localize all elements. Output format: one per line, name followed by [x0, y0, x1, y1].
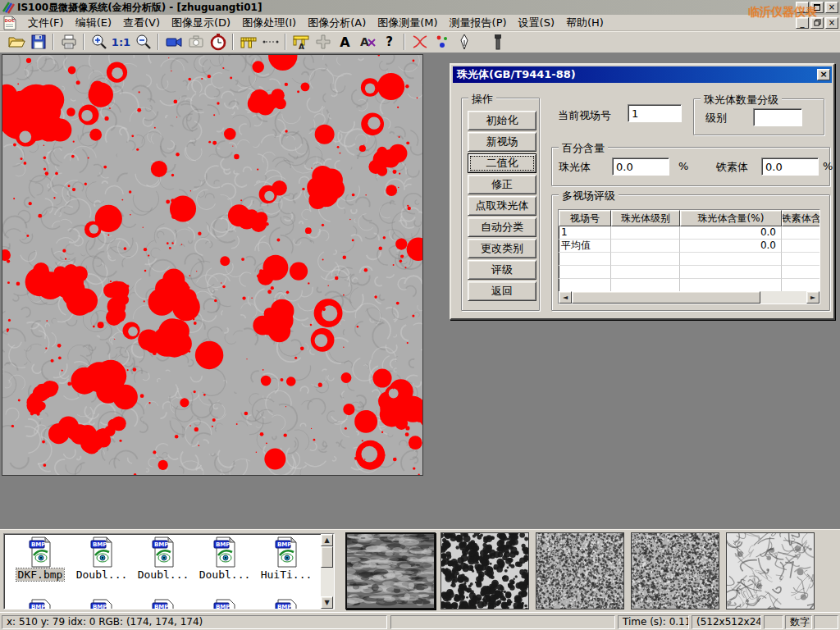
zoom-out-icon[interactable]: [132, 32, 154, 52]
file-item[interactable]: BMP: [72, 599, 131, 609]
camera-icon[interactable]: [185, 32, 207, 52]
return-button[interactable]: 返回: [468, 281, 536, 301]
text-delete-icon[interactable]: A: [356, 32, 378, 52]
pearlite-percent-input[interactable]: [612, 158, 669, 176]
menu-measure-report[interactable]: 测量报告(P): [444, 14, 513, 32]
current-field-input[interactable]: [628, 104, 682, 122]
menu-image-analysis[interactable]: 图像分析(A): [302, 14, 372, 32]
move-cross-icon[interactable]: [312, 32, 334, 52]
menu-image-display[interactable]: 图像显示(D): [166, 14, 236, 32]
print-icon[interactable]: [57, 32, 80, 52]
table-row[interactable]: 1 0.0: [559, 226, 819, 240]
change-class-button[interactable]: 更改类别: [468, 239, 536, 258]
open-folder-icon[interactable]: [5, 32, 27, 52]
zoom-in-icon[interactable]: [88, 32, 110, 52]
col-grade[interactable]: 珠光体级别: [611, 210, 680, 226]
correct-button[interactable]: 修正: [468, 175, 536, 194]
marker-dots-icon[interactable]: [431, 32, 453, 52]
file-item[interactable]: BMP DKF.bmp: [11, 536, 70, 581]
thumbnail-5[interactable]: [726, 532, 815, 609]
status-empty: [814, 615, 838, 629]
auto-classify-button[interactable]: 自动分类: [468, 217, 536, 237]
dialog-close-icon[interactable]: ×: [817, 69, 830, 80]
scrollbar-track: [760, 291, 806, 304]
menu-help[interactable]: 帮助(H): [560, 14, 609, 32]
file-item[interactable]: BMP Doubl...: [72, 536, 131, 581]
video-camera-icon[interactable]: [162, 32, 185, 52]
table-row[interactable]: 平均值 0.0: [559, 240, 819, 253]
file-item[interactable]: BMP Doubl...: [195, 536, 254, 581]
bmp-file-icon: BMP: [28, 536, 52, 568]
thumbnail-2[interactable]: [441, 532, 529, 609]
ferrite-percent-input[interactable]: [761, 158, 819, 176]
file-name[interactable]: DKF.bmp: [16, 568, 65, 581]
svg-text:BMP: BMP: [31, 541, 45, 548]
scrollbar-thumb[interactable]: [572, 291, 760, 304]
text-icon[interactable]: A: [334, 32, 356, 52]
caliper-icon[interactable]: [237, 32, 259, 52]
operations-group-label: 操作: [468, 92, 496, 107]
svg-text:BMP: BMP: [154, 604, 168, 609]
level-input[interactable]: [753, 108, 802, 126]
application-window: IS100显微摄像系统(金相分析版) - [zhuguangti01] 临沂仪器…: [0, 0, 840, 630]
file-item[interactable]: BMP: [11, 599, 70, 609]
col-ferrite[interactable]: 铁素体含量(%): [782, 210, 820, 226]
pen-icon[interactable]: [453, 32, 475, 52]
bmp-file-icon: BMP: [274, 536, 299, 568]
scrollbar-thumb[interactable]: [321, 546, 333, 568]
menu-image-processing[interactable]: 图像处理(I): [236, 14, 302, 32]
ruler-icon[interactable]: [259, 32, 281, 52]
svg-text:A: A: [299, 43, 304, 51]
file-name[interactable]: Doubl...: [198, 568, 253, 581]
scroll-right-icon[interactable]: ►: [806, 291, 819, 304]
bmp-file-icon: BMP: [274, 599, 299, 609]
grading-group-label: 珠光体数量分级: [701, 93, 782, 107]
file-item[interactable]: BMP Doubl...: [134, 536, 193, 581]
file-browser[interactable]: BMP DKF.bmp BMP Doubl...: [3, 533, 335, 609]
dialog-title-bar[interactable]: 珠光体(GB/T9441-88) ×: [453, 66, 832, 83]
help-icon[interactable]: ?: [378, 32, 400, 52]
init-button[interactable]: 初始化: [468, 111, 536, 130]
file-name[interactable]: Doubl...: [136, 568, 191, 581]
svg-text:BMP: BMP: [216, 604, 230, 609]
close-icon[interactable]: ×: [825, 2, 838, 13]
brush-icon[interactable]: [486, 32, 509, 52]
child-close-icon[interactable]: ×: [825, 17, 838, 29]
menu-edit[interactable]: 编辑(E): [70, 14, 117, 32]
micrograph-image[interactable]: [2, 55, 422, 475]
rating-table[interactable]: 视场号 珠光体级别 珠光体含量(%) 铁素体含量(%) 1 0.0 平均值 0.…: [558, 209, 820, 304]
new-field-button[interactable]: 新视场: [468, 132, 536, 152]
actual-size-icon[interactable]: 1:1: [110, 32, 132, 52]
scroll-down-icon[interactable]: ▼: [321, 596, 333, 609]
timer-icon[interactable]: [207, 32, 229, 52]
thumbnail-1[interactable]: [345, 532, 436, 609]
col-pearlite[interactable]: 珠光体含量(%): [680, 210, 782, 226]
menu-view[interactable]: 查看(V): [117, 14, 166, 32]
col-field[interactable]: 视场号: [559, 210, 611, 226]
thumbnail-3[interactable]: [536, 532, 624, 609]
save-icon[interactable]: [27, 32, 49, 52]
file-name[interactable]: HuiTi...: [259, 568, 314, 581]
menu-image-measure[interactable]: 图像测量(M): [372, 14, 443, 32]
pick-pearlite-button[interactable]: 点取珠光体: [468, 196, 536, 216]
thumbnail-4[interactable]: [631, 532, 719, 609]
file-item[interactable]: BMP: [134, 599, 193, 609]
grade-button[interactable]: 评级: [468, 260, 536, 280]
cell-pearlite: 0.0: [680, 226, 782, 240]
binarize-button[interactable]: 二值化: [468, 153, 536, 173]
measure-text-icon[interactable]: A: [290, 32, 312, 52]
scroll-left-icon[interactable]: ◄: [559, 291, 572, 304]
table-row-empty: [559, 279, 819, 292]
file-browser-scrollbar[interactable]: ▲ ▼: [321, 534, 334, 609]
document-icon[interactable]: DOC: [2, 16, 17, 30]
menu-file[interactable]: 文件(F): [22, 14, 70, 32]
menu-settings[interactable]: 设置(S): [513, 14, 560, 32]
file-item[interactable]: BMP: [257, 599, 316, 609]
app-icon: [2, 1, 15, 14]
scroll-up-icon[interactable]: ▲: [321, 534, 333, 546]
table-horizontal-scrollbar[interactable]: ◄ ►: [559, 291, 819, 304]
file-name[interactable]: Doubl...: [75, 568, 130, 581]
file-item[interactable]: BMP: [195, 599, 254, 609]
file-item[interactable]: BMP HuiTi...: [257, 536, 316, 581]
curve-tool-icon[interactable]: [409, 32, 431, 52]
